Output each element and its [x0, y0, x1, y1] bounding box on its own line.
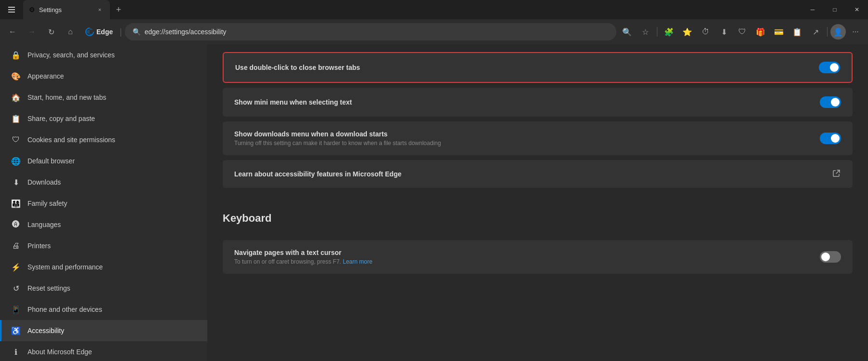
sidebar-item-appearance[interactable]: 🎨 Appearance: [0, 66, 207, 87]
text-cursor-toggle[interactable]: [820, 251, 841, 263]
learn-more-link[interactable]: Learn more: [343, 258, 372, 265]
url-text: edge://settings/accessibility: [145, 28, 609, 36]
sidebar-item-share-copy[interactable]: 📋 Share, copy and paste: [0, 108, 207, 129]
downloads-menu-toggle[interactable]: [820, 133, 841, 144]
url-bar[interactable]: 🔍 edge://settings/accessibility: [125, 23, 616, 40]
setting-text-cursor-title: Navigate pages with a text cursor: [234, 249, 820, 256]
tab-close-button[interactable]: ×: [95, 5, 104, 14]
setting-learn-content: Learn about accessibility features in Mi…: [234, 170, 832, 178]
system-icon: ⚡: [11, 262, 21, 272]
home-button[interactable]: ⌂: [62, 23, 79, 40]
toolbar-icons: 🔍 ☆ 🧩 ⭐ ⏱ ⬇ 🛡 🎁 💳 📋 ↗ 👤 ···: [618, 23, 864, 40]
sidebar-item-privacy[interactable]: 🔒 Privacy, search, and services: [0, 44, 207, 66]
settings-tab-title: Settings: [39, 6, 92, 13]
downloads-icon[interactable]: ⬇: [715, 23, 733, 40]
sidebar-item-printers[interactable]: 🖨 Printers: [0, 235, 207, 256]
mini-menu-toggle[interactable]: [820, 96, 841, 108]
setting-mini-menu: Show mini menu when selecting text: [223, 88, 853, 117]
sidebar-item-appearance-label: Appearance: [27, 72, 64, 80]
toggle-knob-3: [831, 134, 840, 143]
double-click-close-toggle[interactable]: [819, 62, 840, 73]
setting-downloads-menu: Show downloads menu when a download star…: [223, 121, 853, 155]
sidebar-item-default-browser[interactable]: 🌐 Default browser: [0, 150, 207, 172]
close-button[interactable]: ✕: [846, 0, 868, 19]
more-options-button[interactable]: ···: [847, 23, 864, 40]
refresh-button[interactable]: ↻: [42, 23, 60, 40]
sidebar-item-about[interactable]: ℹ About Microsoft Edge: [0, 341, 207, 361]
sidebar-toggle-button[interactable]: [0, 0, 23, 19]
setting-double-click-content: Use double-click to close browser tabs: [235, 64, 819, 71]
cookies-icon: 🛡: [11, 135, 21, 145]
settings-content: Use double-click to close browser tabs S…: [207, 44, 868, 361]
sidebar-item-phone[interactable]: 📱 Phone and other devices: [0, 299, 207, 320]
printers-icon: 🖨: [11, 241, 21, 251]
edge-label: Edge: [96, 28, 113, 36]
setting-text-cursor-desc: To turn on or off caret browsing, press …: [234, 258, 820, 265]
appearance-icon: 🎨: [11, 71, 21, 81]
setting-downloads-desc: Turning off this setting can make it har…: [234, 140, 820, 147]
title-bar: ⚙ Settings × + ─ □ ✕: [0, 0, 868, 19]
rewards-icon[interactable]: 🎁: [752, 23, 769, 40]
sidebar-item-system-label: System and performance: [27, 263, 103, 271]
maximize-button[interactable]: □: [824, 0, 846, 19]
keyboard-settings: Navigate pages with a text cursor To tur…: [207, 232, 868, 286]
svg-rect-1: [8, 9, 15, 10]
setting-mini-menu-content: Show mini menu when selecting text: [234, 98, 820, 106]
sidebar-item-languages-label: Languages: [27, 221, 61, 228]
sidebar-item-cookies[interactable]: 🛡 Cookies and site permissions: [0, 129, 207, 150]
address-bar: ← → ↻ ⌂ Edge | 🔍 edge://settings/accessi…: [0, 19, 868, 44]
copy-icon[interactable]: 📋: [788, 23, 806, 40]
share-copy-icon: 📋: [11, 114, 21, 123]
sidebar-item-family[interactable]: 👨‍👩‍👧 Family safety: [0, 193, 207, 214]
history-icon[interactable]: ⏱: [697, 23, 714, 40]
setting-learn-accessibility[interactable]: Learn about accessibility features in Mi…: [223, 160, 853, 188]
settings-list: Use double-click to close browser tabs S…: [207, 44, 868, 201]
extensions-icon[interactable]: 🧩: [660, 23, 678, 40]
share-icon[interactable]: ↗: [807, 23, 824, 40]
setting-learn-title: Learn about accessibility features in Mi…: [234, 170, 832, 178]
toggle-knob-4: [821, 253, 830, 261]
sidebar-item-languages[interactable]: 🅐 Languages: [0, 214, 207, 235]
sidebar-item-start-home[interactable]: 🏠 Start, home, and new tabs: [0, 87, 207, 108]
setting-text-cursor: Navigate pages with a text cursor To tur…: [223, 240, 853, 274]
sidebar-item-system[interactable]: ⚡ System and performance: [0, 256, 207, 278]
sidebar: 🔒 Privacy, search, and services 🎨 Appear…: [0, 44, 207, 361]
setting-text-cursor-content: Navigate pages with a text cursor To tur…: [234, 249, 820, 265]
external-link-icon: [832, 169, 841, 179]
settings-tab-icon: ⚙: [29, 6, 35, 13]
languages-icon: 🅐: [11, 220, 21, 229]
profile-icon[interactable]: 👤: [830, 24, 846, 40]
sidebar-item-share-label: Share, copy and paste: [27, 115, 95, 122]
window-controls: ─ □ ✕: [801, 0, 868, 19]
sidebar-item-downloads[interactable]: ⬇ Downloads: [0, 172, 207, 193]
url-divider: |: [119, 27, 123, 37]
setting-downloads-title: Show downloads menu when a download star…: [234, 130, 820, 138]
keyboard-section-header: Keyboard: [207, 201, 868, 232]
toggle-knob-2: [831, 98, 840, 107]
search-icon: 🔍: [133, 28, 141, 36]
browser-tab[interactable]: ⚙ Settings ×: [23, 0, 110, 19]
sidebar-item-privacy-label: Privacy, search, and services: [27, 51, 115, 59]
shield-icon[interactable]: 🛡: [734, 23, 751, 40]
privacy-icon: 🔒: [11, 50, 21, 60]
favorites-icon[interactable]: ☆: [637, 23, 654, 40]
home-icon: 🏠: [11, 93, 21, 102]
minimize-button[interactable]: ─: [801, 0, 824, 19]
back-button[interactable]: ←: [4, 23, 21, 40]
title-bar-left: ⚙ Settings × +: [0, 0, 127, 19]
phone-icon: 📱: [11, 305, 21, 314]
new-tab-button[interactable]: +: [110, 1, 127, 18]
reset-icon: ↺: [11, 283, 21, 293]
svg-rect-0: [8, 7, 15, 8]
about-icon: ℹ: [11, 347, 21, 357]
sidebar-item-reset[interactable]: ↺ Reset settings: [0, 278, 207, 299]
default-browser-icon: 🌐: [11, 156, 21, 166]
family-icon: 👨‍👩‍👧: [11, 199, 21, 208]
forward-button[interactable]: →: [23, 23, 40, 40]
search-toolbar-icon[interactable]: 🔍: [618, 23, 636, 40]
collections-icon[interactable]: ⭐: [679, 23, 696, 40]
wallet-icon[interactable]: 💳: [770, 23, 788, 40]
sidebar-item-about-label: About Microsoft Edge: [27, 348, 92, 356]
main-content: 🔒 Privacy, search, and services 🎨 Appear…: [0, 44, 868, 361]
sidebar-item-accessibility[interactable]: ♿ Accessibility: [0, 320, 207, 341]
